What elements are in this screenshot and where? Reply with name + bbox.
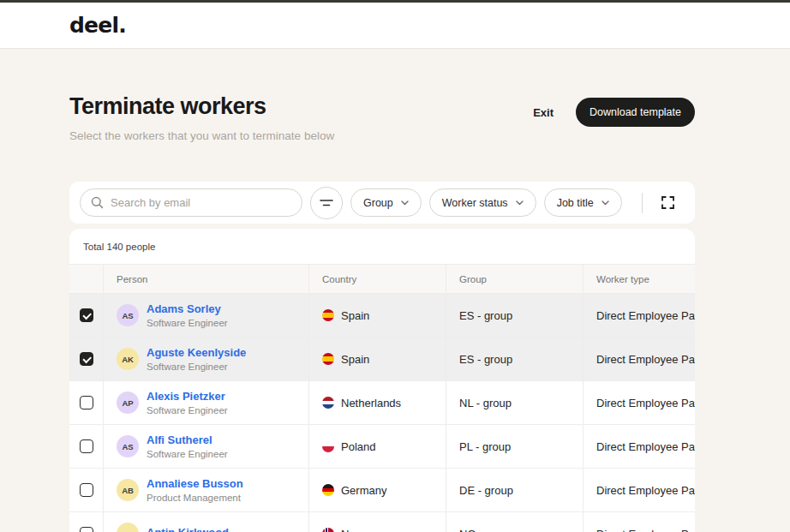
worker-type-cell: Direct Employee Payroll	[584, 338, 695, 380]
worker-type-cell: Direct Employee Payroll	[584, 512, 695, 532]
total-count-label: Total 140 people	[83, 242, 155, 252]
country-flag-icon	[322, 528, 334, 532]
person-cell: AS Alfi Sutherel Software Engineer	[104, 425, 309, 468]
header-checkbox-cell	[69, 265, 104, 293]
page-title: Terminate workers	[69, 93, 334, 120]
table-row: AS Alfi Sutherel Software Engineer Polan…	[69, 425, 695, 469]
row-checkbox[interactable]	[80, 308, 93, 322]
row-checkbox[interactable]	[80, 396, 93, 409]
table-body: AS Adams Sorley Software Engineer Spain …	[69, 294, 695, 532]
search-icon	[91, 196, 104, 209]
avatar: AB	[117, 479, 139, 501]
person-job-title: Software Engineer	[147, 449, 228, 459]
page-head-text: Terminate workers Select the workers tha…	[69, 93, 334, 142]
row-checkbox-cell	[69, 512, 104, 532]
person-text: Alfi Sutherel Software Engineer	[147, 433, 228, 459]
worker-type-cell: Direct Employee Payroll	[584, 469, 695, 511]
exit-button[interactable]: Exit	[533, 106, 554, 119]
country-name: Germany	[341, 484, 386, 497]
country-name: Netherlands	[341, 397, 401, 409]
table-row: AS Adams Sorley Software Engineer Spain …	[69, 294, 695, 338]
person-name-link[interactable]: Aguste Keenlyside	[147, 346, 246, 359]
filter-lines-icon	[320, 198, 333, 208]
group-cell: ES - group	[446, 338, 584, 380]
person-name-link[interactable]: Antin Kirkwood	[147, 526, 229, 532]
table-total: Total 140 people	[69, 229, 695, 264]
country-cell: Germany	[309, 469, 446, 511]
fullscreen-icon	[661, 196, 674, 209]
person-cell: AP Alexis Pietzker Software Engineer	[104, 381, 309, 424]
person-name-link[interactable]: Annaliese Busson	[147, 477, 243, 490]
country-flag-icon	[322, 353, 334, 365]
main-content: Terminate workers Select the workers tha…	[69, 93, 695, 532]
download-template-button[interactable]: Download template	[576, 98, 695, 127]
table-header-row: Person Country Group Worker type	[69, 264, 695, 294]
worker-status-filter-chip[interactable]: Worker status	[429, 188, 536, 217]
group-filter-label: Group	[363, 197, 393, 209]
column-header-country: Country	[309, 265, 446, 293]
chevron-down-icon	[601, 200, 609, 206]
worker-status-filter-label: Worker status	[442, 197, 508, 209]
country-name: Norway	[341, 528, 379, 532]
person-job-title: Software Engineer	[147, 318, 228, 328]
row-checkbox[interactable]	[80, 527, 93, 532]
person-text: Adams Sorley Software Engineer	[147, 302, 228, 328]
country-name: Spain	[341, 309, 369, 322]
table-row: AK Antin Kirkwood Norway NO - group Dire…	[69, 512, 695, 532]
row-checkbox-cell	[69, 469, 104, 511]
table-row: AK Aguste Keenlyside Software Engineer S…	[69, 338, 695, 381]
row-checkbox[interactable]	[80, 439, 93, 453]
job-title-filter-label: Job title	[557, 197, 594, 209]
row-checkbox-cell	[69, 425, 104, 468]
country-flag-icon	[322, 440, 334, 452]
column-header-person: Person	[104, 265, 309, 293]
row-checkbox[interactable]	[80, 483, 93, 497]
group-filter-chip[interactable]: Group	[350, 188, 422, 217]
page-head: Terminate workers Select the workers tha…	[69, 93, 695, 142]
page-subtitle: Select the workers that you want to term…	[69, 129, 334, 142]
country-cell: Netherlands	[309, 381, 446, 424]
worker-type-cell: Direct Employee Payroll	[584, 381, 695, 424]
person-name-link[interactable]: Alfi Sutherel	[147, 433, 228, 446]
person-text: Antin Kirkwood	[147, 526, 229, 532]
avatar: AK	[117, 348, 139, 370]
workers-table: Total 140 people Person Country Group Wo…	[69, 229, 695, 532]
person-text: Alexis Pietzker Software Engineer	[147, 390, 228, 415]
chevron-down-icon	[401, 200, 409, 206]
person-cell: AK Aguste Keenlyside Software Engineer	[104, 338, 309, 380]
app-header: deel.	[0, 3, 790, 49]
row-checkbox-cell	[69, 381, 104, 424]
deel-logo: deel.	[69, 13, 126, 38]
person-cell: AS Adams Sorley Software Engineer	[104, 294, 309, 337]
search-box[interactable]	[80, 188, 302, 217]
country-cell: Spain	[309, 338, 446, 380]
country-cell: Norway	[309, 512, 446, 532]
row-checkbox[interactable]	[80, 352, 93, 366]
job-title-filter-chip[interactable]: Job title	[544, 188, 622, 217]
worker-type-cell: Direct Employee Payroll	[584, 294, 695, 337]
row-checkbox-cell	[69, 294, 104, 337]
country-flag-icon	[322, 397, 334, 409]
filter-toolbar: Group Worker status Job title	[69, 182, 695, 224]
search-input[interactable]	[111, 196, 291, 209]
filter-button[interactable]	[310, 187, 343, 219]
table-row: AB Annaliese Busson Product Management G…	[69, 469, 695, 512]
avatar: AS	[117, 304, 139, 326]
country-flag-icon	[322, 309, 334, 321]
fullscreen-button[interactable]	[650, 187, 685, 219]
country-cell: Poland	[309, 425, 446, 468]
country-flag-icon	[322, 484, 334, 496]
country-cell: Spain	[309, 294, 446, 337]
row-checkbox-cell	[69, 338, 104, 380]
person-job-title: Product Management	[147, 493, 243, 503]
person-text: Annaliese Busson Product Management	[147, 477, 243, 503]
person-cell: AK Antin Kirkwood	[104, 512, 309, 532]
group-cell: ES - group	[446, 294, 584, 337]
person-job-title: Software Engineer	[147, 362, 246, 372]
person-name-link[interactable]: Alexis Pietzker	[147, 390, 228, 403]
person-text: Aguste Keenlyside Software Engineer	[147, 346, 246, 372]
avatar: AK	[117, 523, 139, 532]
chevron-down-icon	[516, 200, 524, 206]
person-name-link[interactable]: Adams Sorley	[147, 302, 228, 315]
column-header-worker-type: Worker type	[584, 265, 695, 293]
